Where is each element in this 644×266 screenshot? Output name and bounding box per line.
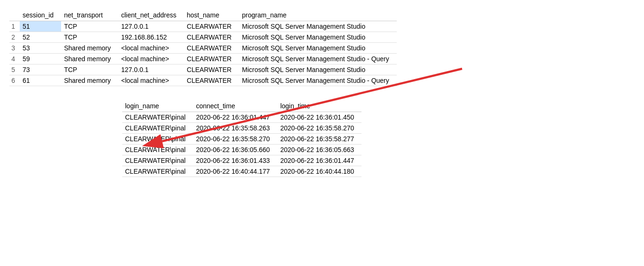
cell-client-net-address: 127.0.0.1: [118, 64, 184, 75]
cell-host-name: CLEARWATER: [184, 75, 239, 86]
row-number: 3: [9, 43, 20, 54]
cell-session-id: 52: [20, 32, 61, 43]
cell-client-net-address: <local machine>: [118, 75, 184, 86]
col-header-program-name: program_name: [239, 9, 397, 21]
cell-client-net-address: <local machine>: [118, 54, 184, 64]
col-header-rownum: [9, 9, 20, 21]
cell-login-name: CLEARWATER\pinal: [122, 155, 193, 166]
cell-login-time: 2020-06-22 16:35:58.277: [277, 134, 361, 145]
table-row[interactable]: 151TCP127.0.0.1CLEARWATERMicrosoft SQL S…: [9, 21, 397, 32]
cell-net-transport: Shared memory: [61, 43, 118, 54]
cell-login-name: CLEARWATER\pinal: [122, 112, 193, 123]
cell-session-id: 61: [20, 75, 61, 86]
cell-session-id: 59: [20, 54, 61, 64]
cell-net-transport: Shared memory: [61, 75, 118, 86]
cell-host-name: CLEARWATER: [184, 32, 239, 43]
cell-login-time: 2020-06-22 16:36:01.447: [277, 155, 361, 166]
top-table: session_id net_transport client_net_addr…: [9, 9, 397, 86]
cell-login-time: 2020-06-22 16:40:44.180: [277, 166, 361, 177]
col-header-client-net-address: client_net_address: [118, 9, 184, 21]
row-number: 1: [9, 21, 20, 32]
col-header-connect-time: connect_time: [193, 100, 277, 112]
col-header-net-transport: net_transport: [61, 9, 118, 21]
table-row[interactable]: CLEARWATER\pinal2020-06-22 16:36:05.6602…: [122, 145, 361, 155]
row-number: 4: [9, 54, 20, 64]
cell-login-time: 2020-06-22 16:36:05.663: [277, 145, 361, 155]
cell-net-transport: Shared memory: [61, 54, 118, 64]
row-number: 5: [9, 64, 20, 75]
table-row[interactable]: 353Shared memory<local machine>CLEARWATE…: [9, 43, 397, 54]
cell-login-name: CLEARWATER\pinal: [122, 166, 193, 177]
cell-client-net-address: 127.0.0.1: [118, 21, 184, 32]
col-header-host-name: host_name: [184, 9, 239, 21]
table-row[interactable]: CLEARWATER\pinal2020-06-22 16:35:58.2702…: [122, 134, 361, 145]
cell-host-name: CLEARWATER: [184, 64, 239, 75]
cell-login-name: CLEARWATER\pinal: [122, 145, 193, 155]
col-header-login-time: login_time: [277, 100, 361, 112]
bottom-table-wrapper: login_name connect_time login_time CLEAR…: [122, 100, 361, 177]
table-row[interactable]: 459Shared memory<local machine>CLEARWATE…: [9, 54, 397, 64]
cell-program-name: Microsoft SQL Server Management Studio: [239, 21, 397, 32]
bottom-section: login_name connect_time login_time CLEAR…: [9, 100, 635, 177]
cell-login-time: 2020-06-22 16:36:01.450: [277, 112, 361, 123]
cell-login-name: CLEARWATER\pinal: [122, 123, 193, 134]
cell-host-name: CLEARWATER: [184, 54, 239, 64]
cell-login-time: 2020-06-22 16:35:58.270: [277, 123, 361, 134]
table-row[interactable]: 573TCP127.0.0.1CLEARWATERMicrosoft SQL S…: [9, 64, 397, 75]
cell-program-name: Microsoft SQL Server Management Studio: [239, 32, 397, 43]
cell-program-name: Microsoft SQL Server Management Studio -…: [239, 54, 397, 64]
table-row[interactable]: 252TCP192.168.86.152CLEARWATERMicrosoft …: [9, 32, 397, 43]
cell-net-transport: TCP: [61, 32, 118, 43]
cell-net-transport: TCP: [61, 64, 118, 75]
top-table-container: session_id net_transport client_net_addr…: [9, 9, 635, 86]
cell-net-transport: TCP: [61, 21, 118, 32]
cell-connect-time: 2020-06-22 16:36:01.447: [193, 112, 277, 123]
row-number: 6: [9, 75, 20, 86]
cell-login-name: CLEARWATER\pinal: [122, 134, 193, 145]
cell-client-net-address: 192.168.86.152: [118, 32, 184, 43]
col-header-session-id: session_id: [20, 9, 61, 21]
cell-connect-time: 2020-06-22 16:36:01.433: [193, 155, 277, 166]
cell-program-name: Microsoft SQL Server Management Studio: [239, 64, 397, 75]
table-row[interactable]: 661Shared memory<local machine>CLEARWATE…: [9, 75, 397, 86]
table-row[interactable]: CLEARWATER\pinal2020-06-22 16:35:58.2632…: [122, 123, 361, 134]
cell-session-id: 51: [20, 21, 61, 32]
table-row[interactable]: CLEARWATER\pinal2020-06-22 16:36:01.4472…: [122, 112, 361, 123]
col-header-login-name: login_name: [122, 100, 193, 112]
table-row[interactable]: CLEARWATER\pinal2020-06-22 16:40:44.1772…: [122, 166, 361, 177]
cell-connect-time: 2020-06-22 16:35:58.263: [193, 123, 277, 134]
bottom-table-header-row: login_name connect_time login_time: [122, 100, 361, 112]
cell-session-id: 53: [20, 43, 61, 54]
cell-program-name: Microsoft SQL Server Management Studio -…: [239, 75, 397, 86]
bottom-table: login_name connect_time login_time CLEAR…: [122, 100, 361, 177]
top-table-header-row: session_id net_transport client_net_addr…: [9, 9, 397, 21]
table-row[interactable]: CLEARWATER\pinal2020-06-22 16:36:01.4332…: [122, 155, 361, 166]
cell-host-name: CLEARWATER: [184, 21, 239, 32]
cell-connect-time: 2020-06-22 16:40:44.177: [193, 166, 277, 177]
cell-host-name: CLEARWATER: [184, 43, 239, 54]
row-number: 2: [9, 32, 20, 43]
cell-connect-time: 2020-06-22 16:35:58.270: [193, 134, 277, 145]
cell-connect-time: 2020-06-22 16:36:05.660: [193, 145, 277, 155]
cell-session-id: 73: [20, 64, 61, 75]
cell-program-name: Microsoft SQL Server Management Studio: [239, 43, 397, 54]
cell-client-net-address: <local machine>: [118, 43, 184, 54]
